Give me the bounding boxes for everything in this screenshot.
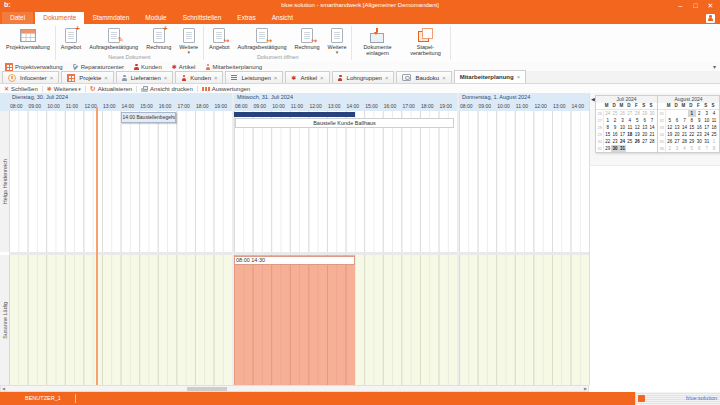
tab-mitarbeiterplanung[interactable]: Mitarbeiterplanung× <box>454 70 527 83</box>
appointment-block[interactable]: 08:00 14:30 <box>234 255 355 385</box>
calendar-day[interactable]: 22 <box>688 131 695 138</box>
calendar-day[interactable]: 2 <box>666 145 673 152</box>
calendar-day[interactable]: 6 <box>696 145 703 152</box>
calendar-day[interactable]: 27 <box>626 110 633 117</box>
calendar-day[interactable]: 3 <box>673 145 680 152</box>
allday-event-label[interactable]: Baustelle Kunde Ballhaus <box>235 118 454 128</box>
calendar-day[interactable]: 7 <box>681 117 688 124</box>
close-tab-icon[interactable]: × <box>517 74 521 80</box>
calendar-day[interactable]: 16 <box>611 131 618 138</box>
calendar-day[interactable]: 19 <box>634 131 641 138</box>
menu-tab-datei[interactable]: Datei <box>2 12 33 24</box>
quicklink-reparaturcenter[interactable]: Reparaturcenter <box>73 64 124 70</box>
calendar-day[interactable]: 23 <box>696 131 703 138</box>
schedule-grid-row2[interactable] <box>459 255 590 385</box>
calendar-day[interactable]: 23 <box>611 138 618 145</box>
calendar-day[interactable]: 17 <box>703 124 710 131</box>
calendar-day[interactable]: 1 <box>688 110 695 117</box>
menu-tab-schnittstellen[interactable]: Schnittstellen <box>175 12 230 24</box>
angebot-button[interactable]: Angebot <box>205 26 234 50</box>
close-tab-icon[interactable]: × <box>442 75 446 81</box>
dokumente-einlagern-button[interactable]: Dokumente einlagern <box>353 26 401 56</box>
calendar-day[interactable]: 27 <box>641 138 648 145</box>
schließen-button[interactable]: Schließen <box>4 85 38 92</box>
tab-artikel[interactable]: Artikel× <box>285 71 329 83</box>
close-tab-icon[interactable]: × <box>104 75 108 81</box>
calendar-day[interactable]: 4 <box>710 110 717 117</box>
calendar-day[interactable]: 26 <box>666 138 673 145</box>
calendar-day[interactable]: 6 <box>641 117 648 124</box>
calendar-day[interactable]: 4 <box>626 117 633 124</box>
calendar-day[interactable]: 18 <box>626 131 633 138</box>
calendar-day[interactable]: 31 <box>703 138 710 145</box>
calendar-day[interactable]: 21 <box>681 131 688 138</box>
menu-tab-ansicht[interactable]: Ansicht <box>264 12 301 24</box>
calendar-day[interactable]: 15 <box>604 131 611 138</box>
calendar-day[interactable]: 8 <box>710 145 717 152</box>
calendar-day[interactable]: 3 <box>619 117 626 124</box>
tab-leistungen[interactable]: Leistungen× <box>225 71 283 83</box>
calendar-day[interactable]: 9 <box>611 124 618 131</box>
close-tab-icon[interactable]: × <box>274 75 278 81</box>
calendar-day[interactable]: 4 <box>681 145 688 152</box>
calendar-day[interactable]: 17 <box>619 131 626 138</box>
calendar-day[interactable]: 28 <box>681 138 688 145</box>
angebot-button[interactable]: Angebot <box>57 26 86 50</box>
auswertungen-button[interactable]: Auswertungen <box>202 86 250 92</box>
stapel-verarbeitung-button[interactable]: Stapel-verarbeitung <box>401 26 449 56</box>
calendar-day[interactable]: 11 <box>710 117 717 124</box>
tab-infocenter[interactable]: Infocenter× <box>2 71 59 83</box>
calendar-day[interactable]: 7 <box>703 145 710 152</box>
tab-lieferanten[interactable]: Lieferanten× <box>116 71 174 83</box>
close-tab-icon[interactable]: × <box>320 75 324 81</box>
calendar-day[interactable]: 30 <box>696 138 703 145</box>
tab-projekte[interactable]: Projekte× <box>61 71 114 83</box>
calendar-day[interactable]: 24 <box>604 110 611 117</box>
calendar-day[interactable]: 28 <box>648 138 655 145</box>
calendar-day[interactable]: 7 <box>648 117 655 124</box>
calendar-day[interactable]: 15 <box>688 124 695 131</box>
calendar-day[interactable]: 9 <box>696 117 703 124</box>
ansicht-drucken-button[interactable]: Ansicht drucken <box>141 86 193 92</box>
calendar-day[interactable]: 24 <box>703 131 710 138</box>
calendar-day[interactable]: 11 <box>626 124 633 131</box>
calendar-day[interactable]: 30 <box>611 145 618 152</box>
tab-kunden[interactable]: Kunden× <box>175 71 223 83</box>
calendar-day[interactable]: 3 <box>703 110 710 117</box>
tab-baudoku[interactable]: Baudoku× <box>396 71 451 83</box>
horizontal-scrollbar[interactable]: ◀ ▶ <box>0 385 589 392</box>
calendar-day[interactable]: 28 <box>634 110 641 117</box>
aktualisieren-button[interactable]: Aktualisieren <box>90 85 132 93</box>
close-tab-icon[interactable]: × <box>214 75 218 81</box>
calendar-day[interactable]: 26 <box>619 110 626 117</box>
weitere-button[interactable]: Weitere▾ <box>175 26 202 54</box>
calendar-day[interactable]: 14 <box>681 124 688 131</box>
menu-tab-extras[interactable]: Extras <box>229 12 263 24</box>
close-tab-icon[interactable]: × <box>385 75 389 81</box>
calendar-day[interactable]: 1 <box>710 138 717 145</box>
calendar-day[interactable]: 22 <box>604 138 611 145</box>
calendar-day[interactable]: 21 <box>648 131 655 138</box>
rechnung-button[interactable]: Rechnung <box>142 26 175 50</box>
chevron-down-icon[interactable]: ▾ <box>713 63 716 70</box>
calendar-day[interactable]: 27 <box>673 138 680 145</box>
calendar-day[interactable]: 30 <box>648 110 655 117</box>
close-button[interactable]: ✕ <box>703 0 718 12</box>
allday-event-bar[interactable] <box>234 112 355 117</box>
calendar-day[interactable]: 25 <box>626 138 633 145</box>
calendar-day[interactable]: 8 <box>688 117 695 124</box>
calendar-day[interactable]: 20 <box>673 131 680 138</box>
quicklink-artikel[interactable]: Artikel <box>172 64 196 70</box>
calendar-day[interactable]: 14 <box>648 124 655 131</box>
auftragsbestätigung-button[interactable]: Auftragsbestätigung <box>85 26 142 50</box>
calendar-day[interactable]: 8 <box>604 124 611 131</box>
calendar-day[interactable]: 25 <box>611 110 618 117</box>
calendar-day[interactable]: 19 <box>666 131 673 138</box>
menu-tab-stammdaten[interactable]: Stammdaten <box>84 12 137 24</box>
weiteres-button[interactable]: Weiteres▾ <box>47 86 81 92</box>
calendar-day[interactable]: 16 <box>696 124 703 131</box>
projektverwaltung-button[interactable]: Projektverwaltung <box>2 26 54 50</box>
quicklink-projektverwaltung[interactable]: Projektverwaltung <box>5 63 63 71</box>
user-account-icon[interactable] <box>706 14 715 23</box>
calendar-day[interactable]: 29 <box>688 138 695 145</box>
